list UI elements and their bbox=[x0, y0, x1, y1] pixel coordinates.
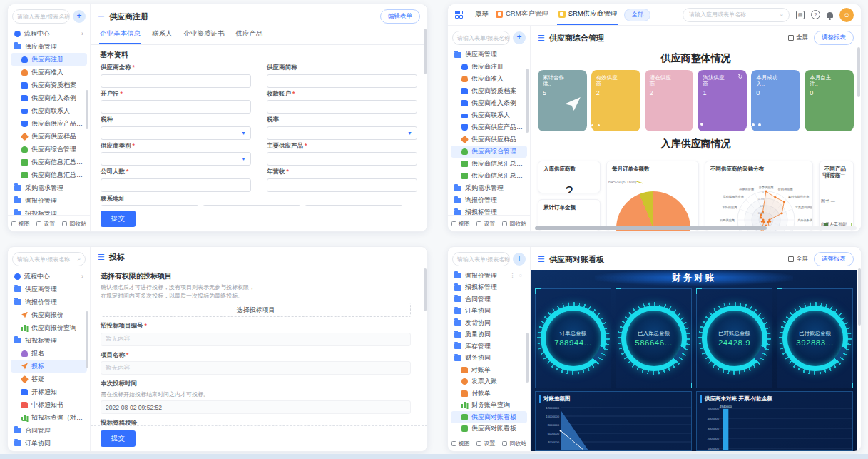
sidebar-item[interactable]: 招投标查询（对外） bbox=[11, 411, 87, 424]
bell-icon[interactable] bbox=[827, 12, 833, 18]
sidebar-item[interactable]: 供应商供应产品管理 bbox=[11, 117, 87, 130]
sidebar-item[interactable]: 供应商信息汇总查询 bbox=[11, 156, 87, 168]
sidebar-item[interactable]: 财务账单查询 bbox=[451, 400, 527, 412]
sidebar-footer-item[interactable]: 回收站 bbox=[502, 220, 526, 228]
sidebar-scrollbar[interactable] bbox=[86, 311, 88, 368]
sidebar-item[interactable]: 供应商管理 bbox=[11, 40, 87, 53]
sidebar-item[interactable]: 供应商资质档案 bbox=[451, 85, 527, 97]
menu-icon[interactable]: ☰ bbox=[98, 13, 105, 21]
sidebar-search-input[interactable]: 请输入表单/报表名称⌕ bbox=[452, 252, 510, 266]
field-select[interactable]: ▼ bbox=[101, 126, 251, 140]
tab-1[interactable]: 联系人 bbox=[151, 27, 173, 44]
workbench-icon[interactable]: ▤ bbox=[796, 11, 805, 19]
overview-card[interactable]: 潜在供应商2 bbox=[645, 70, 694, 131]
field-input[interactable] bbox=[267, 152, 417, 166]
sidebar-item[interactable]: 供应商供应样品管理 bbox=[451, 133, 527, 146]
overview-card[interactable]: 本月自主注..0 bbox=[805, 70, 854, 131]
sidebar-item[interactable]: 供应商联系人 bbox=[11, 104, 87, 117]
sidebar-footer-item[interactable]: 视图 bbox=[451, 220, 470, 228]
sidebar-item[interactable]: 询报价管理⋮ ◌ bbox=[451, 270, 527, 282]
field-select[interactable]: ▼ bbox=[101, 152, 251, 166]
sidebar-footer-item[interactable]: 回收站 bbox=[502, 440, 526, 448]
menu-icon[interactable]: ☰ bbox=[538, 34, 545, 42]
sidebar-item[interactable]: 供应商资质档案 bbox=[11, 79, 87, 91]
field-input[interactable] bbox=[101, 74, 251, 88]
sidebar-search-input[interactable]: 请输入表单/报表名称⌕ bbox=[12, 252, 86, 266]
menu-icon[interactable]: ☰ bbox=[538, 256, 545, 263]
main-scrollbar[interactable] bbox=[857, 47, 860, 97]
sidebar-item[interactable]: 答疑 bbox=[11, 373, 87, 385]
sidebar-item[interactable]: 招投标管理 bbox=[11, 334, 87, 347]
add-button[interactable]: + bbox=[513, 253, 526, 266]
sidebar-item[interactable]: 合同管理 bbox=[451, 293, 527, 306]
overview-card[interactable]: 本月成功入..0 bbox=[751, 70, 800, 131]
sidebar-item[interactable]: 开标通知 bbox=[11, 385, 87, 398]
sidebar-item[interactable]: 供应商准入条例 bbox=[11, 91, 87, 104]
edit-report-button[interactable]: 调整报表 bbox=[814, 252, 854, 266]
sidebar-item[interactable]: 合同管理 bbox=[11, 424, 87, 437]
overview-card[interactable]: 淘汰供应商1↻ bbox=[698, 70, 747, 131]
overview-card[interactable]: 累计合作供..5 bbox=[538, 70, 587, 131]
field-value[interactable]: 2022-08-02 09:52:52 bbox=[101, 400, 411, 414]
sidebar-search-input[interactable]: 请输入表单/报表名称⌕ bbox=[452, 31, 510, 45]
edit-form-button[interactable]: 编辑表单 bbox=[380, 9, 420, 24]
sidebar-item[interactable]: 投标 bbox=[11, 360, 87, 373]
sidebar-item[interactable]: 付款单 bbox=[451, 388, 527, 400]
sidebar-item[interactable]: 供应商联系人 bbox=[451, 109, 527, 121]
sidebar-search-input[interactable]: 请输入表单/报表名称 ⌕ bbox=[12, 9, 70, 24]
sidebar-item[interactable]: 招投标管理 bbox=[11, 207, 87, 215]
sidebar-item[interactable]: 财务协同 bbox=[451, 353, 527, 365]
sidebar-item[interactable]: 供应商管理 bbox=[11, 283, 87, 296]
sidebar-item[interactable]: 招投标管理 bbox=[451, 282, 527, 294]
sidebar-item[interactable]: 对账单 bbox=[451, 364, 527, 376]
menu-icon[interactable]: ☰ bbox=[98, 253, 105, 261]
sidebar-scrollbar[interactable] bbox=[526, 69, 529, 133]
field-input[interactable] bbox=[267, 100, 417, 114]
sidebar-item[interactable]: 询报价管理 bbox=[11, 194, 87, 207]
sidebar-item[interactable]: 供应商综合管理 bbox=[11, 143, 87, 156]
app-tab[interactable]: SRM供应商管理 bbox=[557, 4, 619, 25]
sidebar-item[interactable]: 询报价管理 bbox=[451, 194, 527, 206]
sidebar-footer-item[interactable]: 回收站 bbox=[62, 220, 86, 228]
sidebar-item[interactable]: 库存管理 bbox=[451, 341, 527, 353]
sidebar-item[interactable]: 供应商信息汇总（对... bbox=[11, 168, 87, 181]
sidebar-item[interactable]: 订单协同 bbox=[451, 306, 527, 318]
field-value[interactable]: 暂无内容 bbox=[101, 333, 411, 346]
field-value[interactable]: 暂无内容 bbox=[101, 361, 411, 375]
sidebar-item[interactable]: 采购需求管理 bbox=[451, 182, 527, 194]
sidebar-footer-item[interactable]: 视图 bbox=[11, 220, 30, 228]
sidebar-item[interactable]: 供应商供应样品管理 bbox=[11, 130, 87, 143]
fullscreen-button[interactable]: 全屏 bbox=[788, 34, 808, 42]
sidebar-item[interactable]: 招投标管理 bbox=[451, 206, 527, 215]
sidebar-item[interactable]: 询报价管理 bbox=[11, 296, 87, 308]
sidebar-footer-item[interactable]: 视图 bbox=[451, 440, 470, 448]
main-scrollbar[interactable] bbox=[858, 268, 861, 326]
sidebar-item[interactable]: 供应商准入 bbox=[11, 66, 87, 79]
main-scrollbar[interactable] bbox=[424, 268, 427, 311]
sidebar-item[interactable]: 供应商报价查询 bbox=[11, 321, 87, 334]
sidebar-item[interactable]: 流程中心› bbox=[11, 270, 87, 283]
sidebar-item[interactable]: 供应商信息汇总查询 bbox=[451, 158, 527, 170]
sidebar-item[interactable]: 供应商准入条例 bbox=[451, 97, 527, 109]
sidebar-item[interactable]: 供应商对账看板 bbox=[451, 411, 527, 423]
main-scrollbar[interactable] bbox=[424, 29, 427, 74]
sidebar-item[interactable]: 订单协同 bbox=[11, 437, 87, 450]
sidebar-item[interactable]: 供应商综合管理 bbox=[451, 146, 527, 158]
sidebar-item[interactable]: 采购需求管理 bbox=[11, 181, 87, 194]
edit-report-button[interactable]: 调整报表 bbox=[814, 31, 854, 45]
horizontal-scrollbar[interactable] bbox=[535, 226, 857, 230]
sidebar-item[interactable]: 供应商注册 bbox=[451, 61, 527, 73]
sidebar-item[interactable]: 供应商注册 bbox=[11, 53, 87, 66]
add-button[interactable]: + bbox=[513, 31, 526, 44]
sidebar-footer-item[interactable]: 设置 bbox=[36, 220, 55, 228]
field-input[interactable] bbox=[101, 100, 251, 114]
sidebar-item[interactable]: 中标通知书 bbox=[11, 398, 87, 411]
refresh-icon[interactable]: ↻ bbox=[738, 74, 743, 80]
apps-grid-icon[interactable] bbox=[455, 11, 463, 19]
tab-3[interactable]: 供应产品 bbox=[235, 27, 264, 44]
sidebar-item[interactable]: 报名 bbox=[11, 347, 87, 360]
submit-button[interactable]: 提交 bbox=[101, 211, 136, 227]
tab-0[interactable]: 企业基本信息 bbox=[99, 27, 141, 44]
tab-2[interactable]: 企业资质证书 bbox=[183, 27, 225, 44]
overview-card[interactable]: 有效供应商2 bbox=[591, 70, 640, 131]
